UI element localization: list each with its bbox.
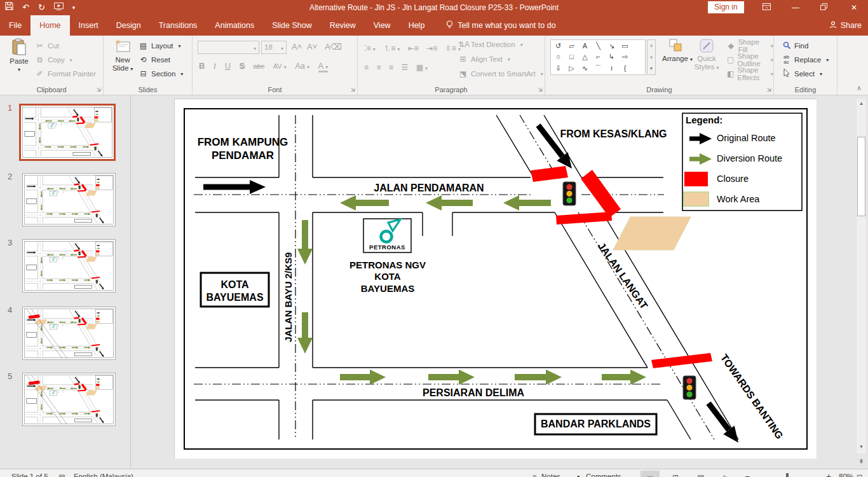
scroll-down-icon[interactable]: ▼ xyxy=(857,444,866,450)
zoom-in-icon[interactable]: + xyxy=(826,471,831,477)
zoom-out-icon[interactable]: − xyxy=(745,471,750,477)
decrease-indent-icon[interactable]: ⇤≡ xyxy=(408,44,419,53)
paste-button[interactable]: Paste▾ xyxy=(5,38,33,74)
slide-count-indicator[interactable]: Slide 1 of 5 xyxy=(11,473,48,477)
minimize-button[interactable]: — xyxy=(783,0,808,15)
drawing-dialog-launcher[interactable]: ⇲ xyxy=(766,86,771,93)
slide-thumbnail-4[interactable] xyxy=(22,307,116,360)
previous-slide-button[interactable]: ⇞ xyxy=(856,458,867,468)
quick-styles-button[interactable]: Quick Styles xyxy=(693,38,721,72)
tab-view[interactable]: View xyxy=(365,15,400,36)
slide-thumbnail-3[interactable] xyxy=(22,239,116,293)
justify-icon[interactable]: ☰ xyxy=(401,63,408,72)
decrease-font-size-icon[interactable]: A˅ xyxy=(307,42,317,52)
slide-thumbnail-1[interactable] xyxy=(19,104,116,161)
align-center-icon[interactable]: ≡ xyxy=(376,63,381,72)
person-icon xyxy=(829,21,837,31)
copy-button[interactable]: ⧉Copy xyxy=(35,53,72,66)
clear-formatting-icon[interactable]: A⌫ xyxy=(325,42,342,52)
slide-sorter-view-button[interactable]: ⊞ xyxy=(666,471,685,477)
replace-button[interactable]: abacReplace xyxy=(782,53,829,66)
font-name-combo[interactable] xyxy=(198,41,259,54)
shape-gallery-scroll[interactable]: ∧∨▼ xyxy=(647,39,656,75)
section-button[interactable]: ⊟Section xyxy=(139,67,183,80)
normal-view-button[interactable]: ▭ xyxy=(641,471,660,477)
convert-smartart-button[interactable]: ⬔Convert to SmartArt xyxy=(458,67,543,80)
collapse-ribbon-icon[interactable]: ∧ xyxy=(857,84,862,92)
shape-gallery[interactable]: ↺▱A╲↘▭ ○□△⌐↳⇨ ⇩▷∿⌒≀{ xyxy=(550,39,646,75)
language-indicator[interactable]: English (Malaysia) xyxy=(74,473,133,477)
shape-fill-icon: ◆ xyxy=(727,41,735,50)
cut-button[interactable]: ✂Cut xyxy=(35,39,59,52)
restore-button[interactable] xyxy=(811,0,836,15)
numbering-icon[interactable]: ⒈≡ xyxy=(383,44,400,53)
ribbon-tab-row: File Home Insert Design Transitions Anim… xyxy=(0,15,868,36)
shape-effects-button[interactable]: ◧Shape Effects xyxy=(727,67,773,80)
clipboard-dialog-launcher[interactable]: ⇲ xyxy=(96,86,101,93)
notes-toggle[interactable]: Notes xyxy=(541,473,560,477)
bullets-icon[interactable]: ⁚≡ xyxy=(364,44,376,53)
select-icon xyxy=(782,69,791,79)
tab-help[interactable]: Help xyxy=(400,15,434,36)
find-icon xyxy=(782,41,791,51)
change-case-button[interactable]: Aa xyxy=(295,61,309,71)
share-button[interactable]: Share xyxy=(829,15,862,36)
increase-font-size-icon[interactable]: A˄ xyxy=(292,42,302,52)
increase-indent-icon[interactable]: ⇥≡ xyxy=(426,44,437,53)
tab-review[interactable]: Review xyxy=(321,15,365,36)
slide-thumbnail-2[interactable] xyxy=(22,173,116,226)
text-shadow-button[interactable]: S xyxy=(239,61,245,71)
columns-icon[interactable]: ▦ xyxy=(416,63,428,72)
section-icon: ⊟ xyxy=(139,69,148,78)
tab-home[interactable]: Home xyxy=(31,15,69,36)
sign-in-button[interactable]: Sign in xyxy=(708,1,744,13)
font-group: 18 A˄ A˅ A⌫ B I U S abc AV Aa A Font ⇲ xyxy=(193,36,358,95)
paragraph-dialog-launcher[interactable]: ⇲ xyxy=(538,86,543,93)
fit-slide-icon[interactable]: ⊡ xyxy=(857,473,863,477)
close-button[interactable]: ✕ xyxy=(841,0,867,15)
tab-file[interactable]: File xyxy=(0,15,31,36)
layout-button[interactable]: ▤Layout xyxy=(139,39,181,52)
slide-thumbnail-5[interactable] xyxy=(22,373,116,426)
slide-canvas[interactable]: FROM KAMPUNG PENDAMAR JALAN PENDAMARAN F… xyxy=(174,99,816,458)
zoom-slider-thumb[interactable] xyxy=(786,473,789,477)
tab-animations[interactable]: Animations xyxy=(206,15,263,36)
font-dialog-launcher[interactable]: ⇲ xyxy=(350,86,355,93)
font-size-combo[interactable]: 18 xyxy=(261,41,287,54)
character-spacing-button[interactable]: AV xyxy=(273,62,287,70)
format-painter-button[interactable]: ✐Format Painter xyxy=(35,67,96,80)
new-slide-icon: ✳ xyxy=(114,48,131,56)
align-text-button[interactable]: ⊞Align Text xyxy=(458,53,510,66)
tab-design[interactable]: Design xyxy=(107,15,150,36)
label-from-kesas-klang: FROM KESAS/KLANG xyxy=(555,128,672,141)
strikethrough-button[interactable]: abc xyxy=(254,62,265,70)
tell-me-box[interactable]: Tell me what you want to do xyxy=(438,15,563,36)
tab-transitions[interactable]: Transitions xyxy=(150,15,207,36)
proofing-icon[interactable]: ▤ xyxy=(58,473,65,477)
italic-button[interactable]: I xyxy=(214,61,216,71)
vertical-scrollbar[interactable]: ▲ ▼ xyxy=(856,98,867,454)
shape-fill-button[interactable]: ◆Shape Fill xyxy=(727,39,773,52)
slideshow-view-button[interactable]: ▷ xyxy=(717,471,736,477)
bold-button[interactable]: B xyxy=(199,61,205,71)
underline-button[interactable]: U xyxy=(225,61,231,71)
tab-insert[interactable]: Insert xyxy=(70,15,107,36)
reading-view-button[interactable]: ▤ xyxy=(691,471,710,477)
find-button[interactable]: Find xyxy=(782,39,808,52)
new-slide-button[interactable]: ✳ New Slide xyxy=(109,38,137,73)
arrange-button[interactable]: Arrange xyxy=(662,38,690,64)
align-left-icon[interactable]: ≡ xyxy=(364,63,369,72)
shape-outline-button[interactable]: ▢Shape Outline xyxy=(727,53,773,66)
font-color-button[interactable]: A xyxy=(318,61,329,73)
ribbon-display-options-icon[interactable] xyxy=(754,0,779,15)
align-text-icon: ⊞ xyxy=(458,55,468,64)
scrollbar-thumb[interactable] xyxy=(857,137,865,216)
zoom-level[interactable]: 80% xyxy=(839,473,853,477)
tab-slide-show[interactable]: Slide Show xyxy=(263,15,321,36)
reset-button[interactable]: ⟲Reset xyxy=(139,53,170,66)
text-direction-button[interactable]: ⇅AText Direction xyxy=(458,38,523,51)
select-button[interactable]: Select xyxy=(782,67,822,80)
comments-toggle[interactable]: Comments xyxy=(586,473,621,477)
scroll-up-icon[interactable]: ▲ xyxy=(857,100,866,106)
align-right-icon[interactable]: ≡ xyxy=(389,63,393,72)
